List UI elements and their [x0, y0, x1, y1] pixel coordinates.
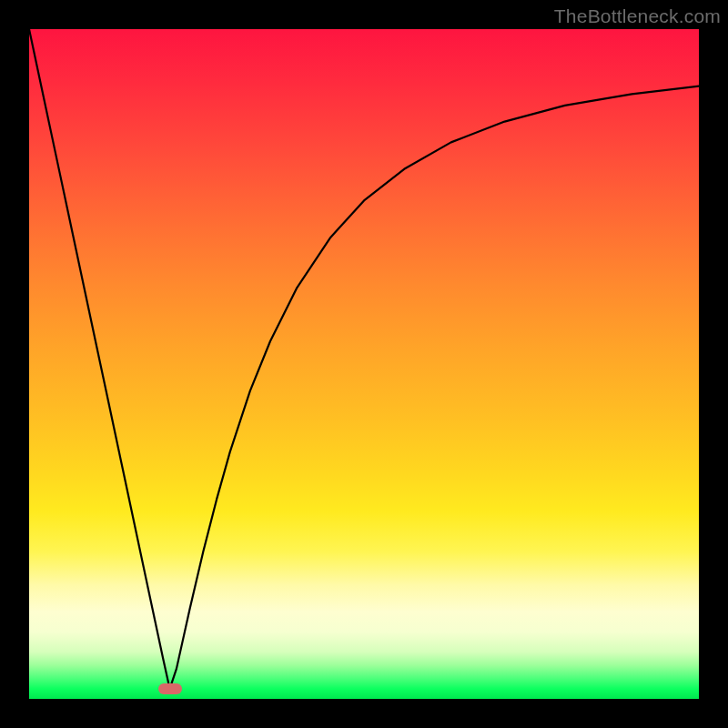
- minimum-marker: [158, 683, 182, 694]
- chart-frame: TheBottleneck.com: [0, 0, 728, 728]
- plot-area: [29, 29, 699, 699]
- attribution-text: TheBottleneck.com: [554, 5, 721, 27]
- curve-path: [29, 29, 699, 689]
- curve-svg: [29, 29, 699, 699]
